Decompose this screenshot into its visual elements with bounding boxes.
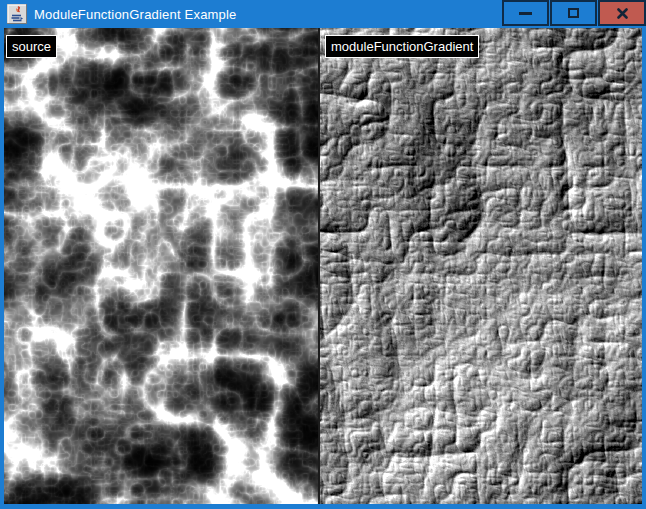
close-x-icon [617,8,628,19]
minimize-button[interactable] [502,0,549,26]
minimize-icon [519,12,532,15]
module-function-gradient-texture [320,28,642,504]
source-label: source [6,35,57,58]
source-texture [4,28,318,504]
titlebar[interactable]: ModuleFunctionGradient Example [0,0,646,28]
render-area: source moduleFunctionGradient [0,28,646,504]
module-function-gradient-label: moduleFunctionGradient [325,35,479,58]
java-cup-icon [7,4,27,24]
close-button[interactable] [598,0,646,26]
window-title: ModuleFunctionGradient Example [34,7,237,22]
app-window: ModuleFunctionGradient Example source mo… [0,0,646,509]
maximize-icon [568,8,579,18]
window-controls [502,0,646,26]
maximize-button[interactable] [550,0,597,26]
